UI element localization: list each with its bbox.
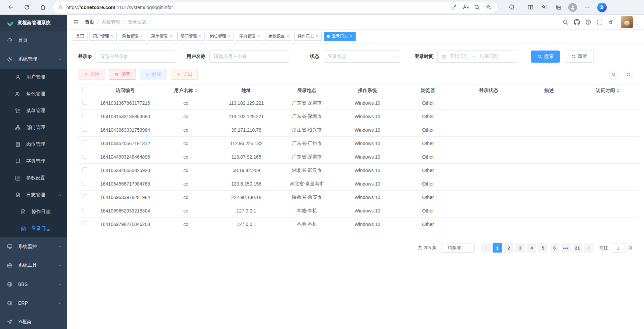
row-checkbox[interactable] <box>82 113 87 118</box>
col-user-name[interactable]: 用户名称 <box>159 85 213 96</box>
tab-post-mgmt[interactable]: 岗位管理× <box>207 32 234 41</box>
page-button-4[interactable]: 4 <box>527 243 536 253</box>
sidebar-item-log-mgmt[interactable]: 日志管理 <box>0 187 67 203</box>
close-icon[interactable]: × <box>316 34 318 39</box>
tab-operation-log[interactable]: 操作日志× <box>294 32 322 41</box>
row-checkbox[interactable] <box>82 221 87 226</box>
collections-icon[interactable] <box>553 2 564 13</box>
prev-page-button[interactable] <box>481 243 491 253</box>
row-checkbox[interactable] <box>82 154 87 159</box>
close-icon[interactable]: × <box>140 34 143 39</box>
tab-home[interactable]: 首页 <box>73 32 87 41</box>
delete-button[interactable]: 删除 <box>78 69 105 80</box>
tab-role-mgmt[interactable]: 角色管理× <box>119 32 146 41</box>
goto-page-input[interactable] <box>611 243 625 253</box>
close-icon[interactable]: × <box>170 34 172 39</box>
sidebar-item-param-settings[interactable]: 参数设置 <box>0 170 67 187</box>
sidebar-item-role-mgmt[interactable]: 角色管理 <box>0 86 67 102</box>
zoom-out-icon[interactable] <box>472 2 482 12</box>
table-row[interactable]: 1641069798270046208cc127.0.0.1本地-本机Windo… <box>78 218 639 231</box>
page-button-1[interactable]: 1 <box>493 243 502 253</box>
col-visit-time[interactable]: 访问时间 <box>576 85 639 96</box>
header-search-icon[interactable] <box>560 17 571 28</box>
page-button-6[interactable]: 6 <box>550 243 559 253</box>
tab-param-settings[interactable]: 参数设置× <box>265 32 292 41</box>
breadcrumb-system-mgmt[interactable]: 系统管理 <box>102 19 120 25</box>
github-icon[interactable] <box>571 17 582 28</box>
close-icon[interactable]: × <box>111 34 113 39</box>
date-range-picker[interactable]: 开始日期 - 结束日期 <box>437 51 518 63</box>
table-row[interactable]: 1641054566717984768cc120.6.150.158河北省-秦皇… <box>78 177 639 191</box>
tab-dept-mgmt[interactable]: 部门管理× <box>177 32 205 41</box>
export-button[interactable]: 导出 <box>171 69 198 80</box>
sidebar-item-home[interactable]: 首页 <box>0 31 67 50</box>
sidebar-item-login-log[interactable]: 登录日志 <box>0 220 67 237</box>
sidebar-item-user-mgmt[interactable]: 用户管理 <box>0 69 67 86</box>
add-favorite-icon[interactable] <box>483 2 493 12</box>
password-key-icon[interactable] <box>449 2 459 12</box>
user-avatar[interactable] <box>621 16 633 28</box>
table-row[interactable]: 1641043063331753984cc39.171.210.78浙江省-绍兴… <box>78 123 639 137</box>
page-button-5[interactable]: 5 <box>538 243 548 253</box>
table-refresh-button[interactable] <box>624 70 633 79</box>
sidebar-item-erp[interactable]: ERP <box>0 294 67 312</box>
favorites-bar-icon[interactable] <box>539 2 550 13</box>
row-checkbox[interactable] <box>82 100 87 105</box>
sidebar-item-bbs[interactable]: BBS <box>0 275 67 294</box>
page-button-2[interactable]: 2 <box>504 243 513 253</box>
row-checkbox[interactable] <box>82 208 87 212</box>
next-page-button[interactable] <box>584 243 594 253</box>
browser-home-button[interactable] <box>37 2 48 13</box>
fullscreen-icon[interactable] <box>594 17 605 28</box>
reset-button[interactable]: 重置 <box>565 51 594 63</box>
font-size-icon[interactable]: tT <box>605 17 617 28</box>
sidebar-item-post-mgmt[interactable]: 岗位管理 <box>0 136 67 153</box>
row-checkbox[interactable] <box>82 140 87 145</box>
sort-icons[interactable] <box>617 89 619 93</box>
tab-login-log[interactable]: 登录日志× <box>324 32 356 41</box>
row-checkbox[interactable] <box>82 167 87 172</box>
table-row[interactable]: 1641031533185863680cc113.102.129.221广东省-… <box>78 110 639 123</box>
row-checkbox[interactable] <box>82 181 87 186</box>
breadcrumb-home[interactable]: 首页 <box>85 19 94 25</box>
sort-icons[interactable] <box>195 89 198 93</box>
page-size-select[interactable]: 10条/页 <box>441 243 475 253</box>
page-button-3[interactable]: 3 <box>515 243 525 253</box>
browser-menu-icon[interactable] <box>581 2 593 13</box>
clear-button[interactable]: 清空 <box>109 69 136 80</box>
table-row[interactable]: 1641059633978281984cc222.90.130.18陕西省-西安… <box>78 191 639 204</box>
sidebar-item-yi-framework[interactable]: Yi框架 <box>0 312 67 329</box>
help-icon[interactable] <box>582 17 594 28</box>
user-name-input[interactable]: 请输入用户名称 <box>209 51 290 63</box>
tab-dict-mgmt[interactable]: 字典管理× <box>236 32 263 41</box>
browser-profile-avatar[interactable] <box>568 3 577 12</box>
close-icon[interactable]: × <box>287 34 289 39</box>
split-screen-icon[interactable] <box>525 2 536 13</box>
sidebar-item-system-monitor[interactable]: 系统监控 <box>0 237 67 256</box>
app-logo[interactable]: 意框架管理系统 <box>0 15 67 31</box>
page-button-21[interactable]: 21 <box>573 243 582 253</box>
unlock-button[interactable]: 解锁 <box>140 69 167 80</box>
close-icon[interactable]: × <box>257 34 260 39</box>
table-row[interactable]: 1641044520567181312cc112.96.225.132广东省-广… <box>78 137 639 150</box>
table-search-toggle-button[interactable] <box>609 70 618 79</box>
browser-refresh-button[interactable] <box>21 2 32 13</box>
table-row[interactable]: 1641031367863177216cc113.102.129.221广东省-… <box>78 96 639 110</box>
sidebar-fold-icon[interactable] <box>73 19 79 26</box>
login-ip-input[interactable]: 请输入登录Ip <box>96 51 176 63</box>
close-icon[interactable]: × <box>350 34 352 39</box>
table-row[interactable]: 1641069652933218304cc127.0.0.1本地-本机Windo… <box>78 204 639 218</box>
select-all-checkbox[interactable] <box>82 88 87 92</box>
close-icon[interactable]: × <box>199 34 201 39</box>
more-pages-button[interactable]: ••• <box>561 243 571 253</box>
row-checkbox[interactable] <box>82 127 87 132</box>
copilot-icon[interactable]: b <box>597 3 607 12</box>
extensions-icon[interactable] <box>506 2 517 13</box>
browser-back-button[interactable] <box>5 2 16 13</box>
sidebar-item-operation-log[interactable]: 操作日志 <box>0 203 67 220</box>
sidebar-item-system-tools[interactable]: 系统工具 <box>0 256 67 275</box>
row-checkbox[interactable] <box>82 194 87 199</box>
sidebar-item-dict-mgmt[interactable]: 字典管理 <box>0 153 67 170</box>
tab-menu-mgmt[interactable]: 菜单管理× <box>148 32 175 41</box>
table-row[interactable]: 1641053426655825920cc58.19.42.209湖北省-武汉市… <box>78 164 639 177</box>
